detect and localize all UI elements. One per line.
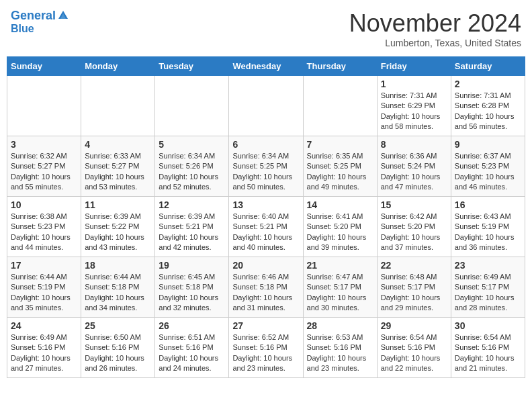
day-info: Daylight: 10 hours — [455, 172, 521, 182]
col-header-monday: Monday — [81, 57, 155, 76]
day-cell — [155, 76, 229, 136]
day-info: Daylight: 10 hours — [232, 293, 299, 303]
day-cell — [81, 76, 155, 136]
day-info: Sunset: 5:19 PM — [455, 222, 521, 232]
day-info: Daylight: 10 hours — [232, 353, 299, 363]
day-number: 15 — [381, 199, 447, 210]
col-header-thursday: Thursday — [303, 57, 377, 76]
week-row-1: 1Sunrise: 7:31 AMSunset: 6:29 PMDaylight… — [7, 76, 525, 136]
day-number: 17 — [11, 260, 77, 271]
col-header-wednesday: Wednesday — [229, 57, 303, 76]
day-info: Daylight: 10 hours — [307, 353, 373, 363]
day-info: Sunrise: 6:44 AM — [11, 272, 77, 282]
day-info: and 34 minutes. — [85, 303, 151, 313]
day-number: 19 — [159, 260, 225, 271]
day-info: Daylight: 10 hours — [455, 111, 521, 122]
day-cell: 23Sunrise: 6:49 AMSunset: 5:17 PMDayligh… — [451, 257, 525, 318]
day-info: Sunset: 5:18 PM — [232, 282, 299, 292]
day-info: Sunset: 5:16 PM — [159, 342, 225, 353]
day-info: Daylight: 10 hours — [307, 293, 373, 303]
day-info: and 40 minutes. — [232, 242, 299, 253]
day-info: Sunrise: 6:42 AM — [381, 212, 447, 222]
day-info: Sunrise: 6:45 AM — [159, 272, 225, 282]
day-info: Daylight: 10 hours — [159, 232, 225, 242]
day-info: Sunset: 5:23 PM — [455, 161, 521, 171]
col-header-saturday: Saturday — [451, 57, 525, 76]
day-info: and 39 minutes. — [307, 242, 373, 253]
day-cell: 14Sunrise: 6:41 AMSunset: 5:20 PMDayligh… — [303, 197, 377, 257]
day-number: 22 — [381, 260, 447, 271]
day-number: 13 — [232, 199, 299, 210]
day-cell: 8Sunrise: 6:36 AMSunset: 5:24 PMDaylight… — [377, 136, 451, 197]
day-cell: 26Sunrise: 6:51 AMSunset: 5:16 PMDayligh… — [155, 318, 229, 378]
logo-icon — [57, 9, 69, 21]
day-cell: 4Sunrise: 6:33 AMSunset: 5:27 PMDaylight… — [81, 136, 155, 197]
day-info: Sunset: 5:17 PM — [381, 282, 447, 292]
day-info: Daylight: 10 hours — [307, 232, 373, 242]
day-info: Daylight: 10 hours — [159, 353, 225, 363]
day-info: Sunset: 5:23 PM — [11, 222, 77, 232]
day-info: and 21 minutes. — [455, 363, 521, 373]
logo-text: General — [11, 9, 56, 23]
day-info: Sunrise: 6:47 AM — [307, 272, 373, 282]
day-info: Sunrise: 6:36 AM — [381, 151, 447, 161]
day-cell: 24Sunrise: 6:49 AMSunset: 5:16 PMDayligh… — [7, 318, 81, 378]
day-number: 24 — [11, 320, 77, 331]
day-cell: 3Sunrise: 6:32 AMSunset: 5:27 PMDaylight… — [7, 136, 81, 197]
day-info: and 29 minutes. — [381, 303, 447, 313]
day-info: Sunrise: 6:44 AM — [85, 272, 151, 282]
day-info: Sunrise: 6:40 AM — [232, 212, 299, 222]
day-info: Daylight: 10 hours — [455, 293, 521, 303]
day-info: Sunset: 5:16 PM — [232, 342, 299, 353]
day-info: Sunrise: 6:49 AM — [11, 332, 77, 342]
day-info: Sunset: 5:27 PM — [85, 161, 151, 171]
day-cell: 27Sunrise: 6:52 AMSunset: 5:16 PMDayligh… — [229, 318, 303, 378]
day-number: 14 — [307, 199, 373, 210]
week-row-5: 24Sunrise: 6:49 AMSunset: 5:16 PMDayligh… — [7, 318, 525, 378]
day-number: 23 — [455, 260, 521, 271]
day-number: 2 — [455, 79, 521, 89]
day-info: and 26 minutes. — [85, 363, 151, 373]
day-info: Daylight: 10 hours — [11, 293, 77, 303]
day-info: Sunrise: 6:51 AM — [159, 332, 225, 342]
day-info: Sunrise: 6:34 AM — [232, 151, 299, 161]
day-info: Sunrise: 6:49 AM — [455, 272, 521, 282]
day-info: Daylight: 10 hours — [85, 172, 151, 182]
day-info: Daylight: 10 hours — [159, 172, 225, 182]
day-info: and 35 minutes. — [11, 303, 77, 313]
day-cell: 6Sunrise: 6:34 AMSunset: 5:25 PMDaylight… — [229, 136, 303, 197]
day-info: Daylight: 10 hours — [381, 293, 447, 303]
day-number: 18 — [85, 260, 151, 271]
day-info: and 36 minutes. — [455, 242, 521, 253]
day-info: Sunrise: 6:43 AM — [455, 212, 521, 222]
day-cell: 15Sunrise: 6:42 AMSunset: 5:20 PMDayligh… — [377, 197, 451, 257]
week-row-3: 10Sunrise: 6:38 AMSunset: 5:23 PMDayligh… — [7, 197, 525, 257]
day-number: 28 — [307, 320, 373, 331]
day-info: Daylight: 10 hours — [11, 232, 77, 242]
day-cell: 29Sunrise: 6:54 AMSunset: 5:16 PMDayligh… — [377, 318, 451, 378]
day-cell: 16Sunrise: 6:43 AMSunset: 5:19 PMDayligh… — [451, 197, 525, 257]
day-cell: 10Sunrise: 6:38 AMSunset: 5:23 PMDayligh… — [7, 197, 81, 257]
day-info: Sunrise: 6:53 AM — [307, 332, 373, 342]
day-info: Daylight: 10 hours — [159, 293, 225, 303]
day-info: Sunset: 5:26 PM — [159, 161, 225, 171]
day-info: Sunset: 5:20 PM — [307, 222, 373, 232]
day-cell: 21Sunrise: 6:47 AMSunset: 5:17 PMDayligh… — [303, 257, 377, 318]
day-info: Sunset: 5:19 PM — [11, 282, 77, 292]
day-cell: 30Sunrise: 6:54 AMSunset: 5:16 PMDayligh… — [451, 318, 525, 378]
day-cell: 13Sunrise: 6:40 AMSunset: 5:21 PMDayligh… — [229, 197, 303, 257]
day-info: and 32 minutes. — [159, 303, 225, 313]
day-info: and 44 minutes. — [11, 242, 77, 253]
day-number: 27 — [232, 320, 299, 331]
day-info: and 23 minutes. — [232, 363, 299, 373]
day-info: Sunrise: 6:50 AM — [85, 332, 151, 342]
day-info: Sunset: 5:24 PM — [381, 161, 447, 171]
day-info: and 27 minutes. — [11, 363, 77, 373]
logo: General Blue — [11, 9, 69, 34]
day-cell — [303, 76, 377, 136]
day-info: Sunrise: 7:31 AM — [455, 91, 521, 101]
day-info: and 37 minutes. — [381, 242, 447, 253]
day-info: Daylight: 10 hours — [455, 353, 521, 363]
day-info: and 50 minutes. — [232, 182, 299, 192]
day-cell: 22Sunrise: 6:48 AMSunset: 5:17 PMDayligh… — [377, 257, 451, 318]
